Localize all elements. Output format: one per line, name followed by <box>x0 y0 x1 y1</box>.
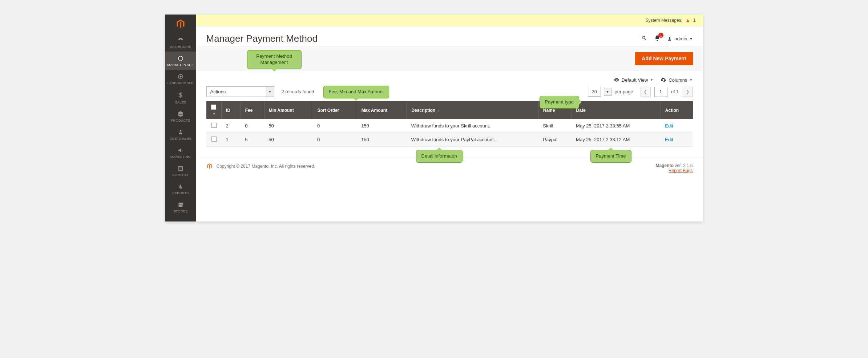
cell-desc: Withdraw funds to your Skrill account. <box>407 119 539 133</box>
prev-page-button[interactable]: ❮ <box>641 87 651 97</box>
magento-logo[interactable] <box>165 15 196 33</box>
header-date[interactable]: Date <box>572 101 661 119</box>
cell-date: May 25, 2017 2:33:55 AM <box>572 119 661 133</box>
next-page-button[interactable]: ❯ <box>683 87 693 97</box>
default-view-dropdown[interactable]: Default View ▼ <box>614 77 654 83</box>
table-row[interactable]: 2 0 50 0 150 Withdraw funds to your Skri… <box>206 119 693 133</box>
user-icon <box>667 36 672 41</box>
cell-min: 50 <box>264 133 313 147</box>
notifications-badge: 1 <box>658 33 663 38</box>
header-tools: 1 admin ▼ <box>641 35 693 42</box>
cell-max: 150 <box>357 119 407 133</box>
nav-marketing[interactable]: MARKETING <box>165 143 196 162</box>
magento-logo-icon <box>206 163 213 170</box>
callout-detail-information: Detail informaton <box>416 150 463 163</box>
chevron-down-icon: ▼ <box>690 37 693 41</box>
callout-fee-min-max: Fee, Min and Max Amount <box>323 86 389 98</box>
cell-sort: 0 <box>313 133 357 147</box>
nav-customers[interactable]: CUSTOMERS <box>165 125 196 143</box>
header-checkbox[interactable]: ▼ <box>206 101 222 119</box>
cell-fee: 5 <box>241 133 264 147</box>
cell-id: 2 <box>222 119 241 133</box>
records-found-label: 2 records found <box>282 89 314 94</box>
eye-icon <box>614 77 619 83</box>
header-max-amount[interactable]: Max Amount <box>357 101 407 119</box>
chevron-down-icon: ▼ <box>690 78 693 82</box>
nav-reports[interactable]: REPORTS <box>165 180 196 198</box>
pager: ❮ of 1 ❯ <box>641 87 693 97</box>
nav-label: PRODUCTS <box>171 119 190 122</box>
nav-dashboard[interactable]: DASHBOARD <box>165 33 196 52</box>
nav-label: SALES <box>175 101 186 104</box>
row-checkbox[interactable] <box>211 137 217 142</box>
edit-link[interactable]: Edit <box>665 123 673 129</box>
per-page-selector: 20 ▼ per page <box>588 87 633 97</box>
row-checkbox[interactable] <box>211 123 217 128</box>
chevron-down-icon: ▼ <box>650 78 653 82</box>
nav-label: REPORTS <box>172 191 189 195</box>
version-text: ver. 2.1.5 <box>674 163 693 168</box>
header-min-amount[interactable]: Min Amount <box>264 101 313 119</box>
header-fee[interactable]: Fee <box>241 101 264 119</box>
grid-wrapper: ▼ ID Fee Min Amount Sort Order Max Amoun… <box>196 101 703 158</box>
edit-link[interactable]: Edit <box>665 137 673 142</box>
nav-label: MARKET PLACE <box>167 63 194 67</box>
callout-payment-type: Payment type <box>540 96 580 109</box>
payment-methods-table: ▼ ID Fee Min Amount Sort Order Max Amoun… <box>206 101 693 147</box>
header-description[interactable]: Description <box>407 101 539 119</box>
gear-icon <box>661 77 666 83</box>
per-page-label: per page <box>614 89 633 94</box>
app-window: DASHBOARD MARKET PLACE LANDOFCODER $ SAL… <box>165 15 703 221</box>
nav-label: CONTENT <box>172 173 189 177</box>
system-messages-label: System Messages: <box>646 18 682 23</box>
report-bugs-link[interactable]: Report Bugs <box>669 168 693 173</box>
cell-fee: 0 <box>241 119 264 133</box>
nav-products[interactable]: PRODUCTS <box>165 107 196 125</box>
nav-content[interactable]: CONTENT <box>165 162 196 180</box>
cell-min: 50 <box>264 119 313 133</box>
cell-sort: 0 <box>313 119 357 133</box>
nav-label: STORES <box>174 209 188 213</box>
cell-name: Paypal <box>538 133 572 147</box>
nav-sales[interactable]: $ SALES <box>165 88 196 107</box>
columns-dropdown[interactable]: Columns ▼ <box>661 77 693 83</box>
grid-controls: Actions ▼ 2 records found 20 ▼ per page … <box>196 86 703 101</box>
search-icon[interactable] <box>641 35 647 42</box>
chevron-down-icon: ▼ <box>266 86 274 97</box>
main-area: Payment Method Management Fee, Min and M… <box>196 15 703 221</box>
actions-dropdown[interactable]: Actions ▼ <box>206 86 274 97</box>
notifications-icon[interactable]: 1 <box>654 35 661 42</box>
table-row[interactable]: 1 5 50 0 150 Withdraw funds to your PayP… <box>206 133 693 147</box>
callout-payment-time: Payment Time <box>590 150 631 163</box>
copyright-text: Copyright © 2017 Magento, Inc. All right… <box>217 164 315 169</box>
nav-stores[interactable]: STORES <box>165 198 196 216</box>
system-messages-count: 1 <box>693 18 696 23</box>
nav-label: MARKETING <box>170 155 191 159</box>
nav-marketplace[interactable]: MARKET PLACE <box>165 52 196 70</box>
header-id[interactable]: ID <box>222 101 241 119</box>
page-title: Manager Payment Method <box>206 33 318 44</box>
admin-account-dropdown[interactable]: admin ▼ <box>667 36 693 41</box>
nav-landofcoder[interactable]: LANDOFCODER <box>165 70 196 88</box>
cell-date: May 25, 2017 2:33:12 AM <box>572 133 661 147</box>
nav-label: CUSTOMERS <box>170 137 191 141</box>
callout-payment-method-management: Payment Method Management <box>247 50 302 69</box>
per-page-value[interactable]: 20 <box>588 87 601 97</box>
cell-name: Skrill <box>538 119 572 133</box>
page-of-label: of 1 <box>671 89 679 94</box>
cell-desc: Withdraw funds to your PayPal account. <box>407 133 539 147</box>
header-action[interactable]: Action <box>661 101 693 119</box>
version-brand: Magento <box>655 163 673 168</box>
system-messages-bar[interactable]: System Messages: ▲ 1 <box>196 15 703 27</box>
warning-icon: ▲ <box>685 17 690 23</box>
nav-label: DASHBOARD <box>170 45 191 49</box>
chevron-down-icon[interactable]: ▼ <box>604 88 612 96</box>
admin-label: admin <box>674 36 687 41</box>
add-new-payment-button[interactable]: Add New Payment <box>635 52 693 65</box>
page-header: Manager Payment Method 1 admin ▼ <box>196 27 703 46</box>
cell-id: 1 <box>222 133 241 147</box>
header-sort-order[interactable]: Sort Order <box>313 101 357 119</box>
cell-max: 150 <box>357 133 407 147</box>
sidebar: DASHBOARD MARKET PLACE LANDOFCODER $ SAL… <box>165 15 196 221</box>
page-input[interactable] <box>654 87 667 97</box>
